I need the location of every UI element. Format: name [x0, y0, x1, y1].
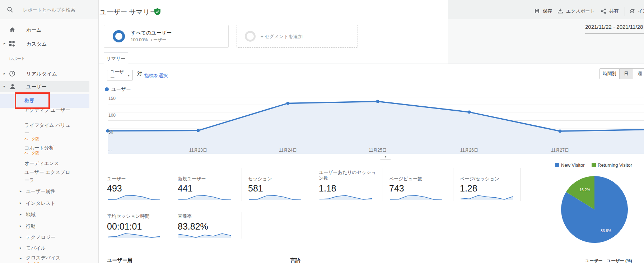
export-button[interactable]: エクスポート: [557, 8, 595, 14]
segment-subtitle: 100.00% ユーザー: [131, 37, 166, 43]
segment-ring-icon: [245, 31, 256, 42]
sidebar-item-cross-device[interactable]: ▸ クロスデバイス ベータ版: [0, 254, 89, 263]
sidebar-item-label: カスタム: [26, 41, 47, 47]
section-header-demographics: ユーザー層: [107, 257, 132, 263]
metric-value: 493: [107, 183, 122, 194]
sidebar-item-lifetime-value[interactable]: ライフタイム バリュー: [24, 121, 71, 137]
share-button[interactable]: 共有: [601, 8, 619, 14]
x-axis-label: 11月23日: [184, 147, 213, 153]
sidebar: レポートとヘルプを検索 ホーム ▸ カスタム レポート ▸ リアルタイム ▾ ユ…: [0, 0, 99, 263]
chevron-right-icon: ▸: [4, 71, 5, 75]
segment-title: すべてのユーザー: [131, 30, 172, 36]
annotation-red-box: [15, 92, 50, 109]
data-point[interactable]: [468, 110, 471, 114]
insights-label: イン: [638, 8, 644, 14]
metric-sparkline: [178, 232, 232, 239]
card-divider: [521, 168, 521, 201]
metric-label: ユーザーあたりのセッション数: [319, 170, 379, 181]
sidebar-search[interactable]: レポートとヘルプを検索: [0, 0, 98, 19]
vs-label: 対: [137, 70, 142, 77]
tab-rule: [98, 64, 644, 64]
chevron-down-icon: ▾: [3, 84, 5, 88]
tab-label: サマリー: [107, 55, 126, 62]
beta-badge: ベータ版: [24, 151, 39, 156]
metric-sparkline: [248, 194, 302, 200]
sidebar-item-custom[interactable]: ▸ カスタム: [0, 39, 89, 49]
add-segment-button[interactable]: + セグメントを追加: [237, 25, 358, 48]
sidebar-item-label: 地域: [26, 212, 36, 218]
sidebar-item-realtime[interactable]: ▸ リアルタイム: [0, 69, 89, 79]
sidebar-item-behavior[interactable]: ▸ 行動: [0, 222, 89, 231]
metric-label: セッション: [248, 176, 272, 182]
metric-sparkline: [319, 194, 373, 200]
sidebar-item-geo[interactable]: ▸ 地域: [0, 211, 89, 220]
page-title: ユーザー サマリー: [99, 8, 157, 17]
card-divider: [453, 168, 453, 201]
data-point[interactable]: [286, 102, 290, 105]
share-icon: [601, 8, 606, 14]
data-point[interactable]: [376, 100, 379, 103]
pie-slice-label-new: 83.8%: [598, 229, 614, 233]
metric-dropdown[interactable]: ユーザー ▾: [107, 70, 133, 80]
card-divider: [242, 212, 242, 239]
visitor-type-pie-chart[interactable]: [559, 174, 630, 245]
sidebar-item-label: 行動: [26, 223, 36, 230]
segment-card-all-users[interactable]: すべてのユーザー 100.00% ユーザー: [104, 25, 229, 48]
custom-grid-icon: [9, 41, 15, 47]
granularity-day[interactable]: 日: [620, 68, 633, 79]
chart-collapse-button[interactable]: ▾: [380, 154, 391, 160]
share-label: 共有: [609, 8, 619, 14]
metric-label: 直帰率: [178, 213, 192, 219]
metric-value: 1.28: [460, 183, 477, 194]
sidebar-item-label: モバイル: [26, 245, 46, 252]
tab-summary[interactable]: サマリー: [104, 52, 128, 64]
chevron-down-icon: ▾: [128, 73, 130, 77]
person-icon: [9, 83, 16, 90]
metric-label: 平均セッション時間: [107, 213, 150, 219]
sidebar-item-user-explorer[interactable]: ユーザー エクスプローラ: [24, 169, 71, 184]
data-point[interactable]: [197, 129, 200, 132]
beta-badge: ベータ版: [24, 137, 39, 142]
metric-value: 743: [389, 183, 404, 194]
sidebar-item-interests[interactable]: ▸ インタレスト: [0, 199, 89, 208]
home-icon: [9, 27, 15, 33]
metric-sparkline: [178, 194, 232, 200]
card-divider: [383, 168, 383, 201]
add-segment-label: + セグメントを追加: [261, 33, 303, 40]
sidebar-item-mobile[interactable]: ▸ モバイル: [0, 244, 89, 253]
chevron-right-icon: ▸: [20, 246, 22, 250]
y-axis-label: 50: [108, 130, 113, 135]
chevron-right-icon: ▸: [20, 212, 22, 216]
sidebar-item-home[interactable]: ホーム: [0, 25, 89, 35]
metric-value: 83.82%: [178, 221, 208, 232]
sidebar-item-audiences[interactable]: オーディエンス: [24, 160, 82, 167]
beta-badge: ベータ版: [26, 261, 40, 263]
save-button[interactable]: 保存: [534, 8, 552, 14]
chevron-right-icon: ▸: [20, 201, 22, 205]
verified-shield-icon: [154, 8, 160, 15]
card-divider: [171, 168, 171, 201]
select-metric-link[interactable]: 指標を選択: [144, 73, 168, 79]
granularity-week[interactable]: 週: [633, 68, 644, 79]
users-line-chart[interactable]: [98, 83, 644, 154]
sidebar-item-user[interactable]: ▾ ユーザー: [0, 81, 89, 92]
metric-label: 新規ユーザー: [178, 176, 206, 182]
sidebar-item-label: クロスデバイス: [26, 255, 61, 261]
insights-button[interactable]: イン: [629, 8, 644, 14]
sidebar-item-demographics[interactable]: ▸ ユーザー属性: [0, 188, 89, 196]
chevron-right-icon: ▸: [20, 235, 22, 239]
card-divider: [312, 168, 312, 201]
pie-legend-returning-visitor-swatch: [592, 163, 596, 167]
metric-label: ページビュー数: [389, 176, 422, 182]
metric-sparkline: [460, 194, 514, 200]
metric-value: 00:01:01: [107, 221, 142, 232]
data-point[interactable]: [559, 130, 562, 133]
date-range-selector[interactable]: 2021/11/22 - 2021/11/28: [585, 24, 644, 30]
x-axis-label: 11月26日: [455, 147, 484, 153]
sidebar-item-label: ホーム: [26, 27, 42, 33]
granularity-hourly[interactable]: 時間別: [599, 68, 620, 79]
sidebar-item-label: リアルタイム: [26, 71, 57, 77]
metric-value: 581: [248, 183, 263, 194]
sidebar-item-technology[interactable]: ▸ テクノロジー: [0, 234, 89, 242]
clock-icon: [9, 70, 15, 77]
